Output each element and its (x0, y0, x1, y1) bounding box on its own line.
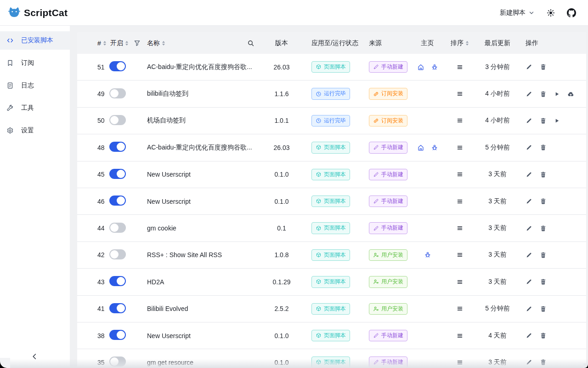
home-icon[interactable] (417, 63, 424, 71)
drag-handle-icon[interactable] (456, 332, 464, 339)
edit-icon[interactable] (526, 278, 532, 285)
edit-icon[interactable] (526, 305, 532, 312)
drag-handle-icon[interactable] (456, 171, 464, 178)
main-content: # 开启 名称 版本 应用至/运行状态 来源 主页 排序 最后更新 操作 (70, 26, 588, 368)
sort-carets-icon[interactable] (162, 41, 165, 46)
theme-toggle-button[interactable] (547, 9, 555, 17)
delete-icon[interactable] (540, 198, 547, 205)
github-link[interactable] (567, 8, 576, 17)
new-script-dropdown[interactable]: 新建脚本 (500, 9, 535, 17)
sidebar-item-settings[interactable]: 设置 (0, 121, 70, 140)
sort-carets-icon[interactable] (103, 41, 106, 46)
sidebar-item-installed-scripts[interactable]: 已安装脚本 (0, 31, 70, 50)
enable-toggle[interactable] (109, 61, 126, 71)
code-icon (6, 37, 14, 44)
sort-carets-icon[interactable] (466, 41, 469, 46)
script-name[interactable]: bilibili自动签到 (147, 90, 261, 98)
pencil-icon (373, 333, 379, 339)
bug-icon[interactable] (424, 251, 431, 259)
script-id: 35 (77, 359, 108, 366)
script-name[interactable]: HD2A (147, 278, 261, 286)
play-icon[interactable] (554, 91, 560, 97)
enable-toggle[interactable] (109, 196, 126, 206)
edit-icon[interactable] (526, 332, 532, 339)
table-row: 35 gm get resource 0.1.0 页面脚本 手动新建 3 天前 (77, 349, 586, 368)
delete-icon[interactable] (540, 144, 547, 151)
script-name[interactable]: AC-baidu-重定向优化百度搜狗谷歌... (147, 144, 261, 152)
source-badge: 手动新建 (369, 169, 407, 180)
script-name[interactable]: AC-baidu-重定向优化百度搜狗谷歌... (147, 63, 261, 71)
script-name[interactable]: Bilibili Evolved (147, 305, 261, 312)
script-name[interactable]: New Userscript (147, 171, 261, 178)
edit-icon[interactable] (526, 252, 532, 259)
drag-handle-icon[interactable] (456, 90, 464, 98)
pencil-icon (373, 198, 379, 204)
delete-icon[interactable] (540, 171, 547, 178)
enable-toggle[interactable] (109, 223, 126, 233)
enable-toggle[interactable] (109, 88, 126, 98)
sidebar-item-subscriptions[interactable]: 订阅 (0, 54, 70, 72)
row-actions (518, 278, 586, 285)
sidebar-item-logs[interactable]: 日志 (0, 76, 70, 95)
edit-icon[interactable] (526, 63, 532, 70)
delete-icon[interactable] (540, 332, 547, 339)
enable-toggle[interactable] (109, 142, 126, 152)
column-header-enabled[interactable]: 开启 (108, 39, 147, 47)
script-name[interactable]: New Userscript (147, 198, 261, 205)
column-header-index[interactable]: # (77, 40, 108, 47)
drag-handle-icon[interactable] (456, 305, 464, 312)
bug-icon[interactable] (431, 144, 438, 151)
edit-icon[interactable] (526, 91, 532, 98)
edit-icon[interactable] (526, 359, 532, 366)
script-name[interactable]: gm cookie (147, 224, 261, 232)
cube-icon (316, 225, 322, 231)
drag-handle-icon[interactable] (456, 144, 464, 151)
edit-icon[interactable] (526, 171, 532, 178)
drag-handle-icon[interactable] (456, 278, 464, 286)
filter-icon[interactable] (134, 40, 141, 46)
column-header-sort[interactable]: 排序 (442, 39, 477, 47)
sort-carets-icon[interactable] (125, 41, 128, 46)
search-icon[interactable] (247, 40, 254, 47)
enable-toggle[interactable] (109, 303, 126, 313)
enable-toggle[interactable] (109, 169, 126, 179)
script-name[interactable]: gm get resource (147, 359, 261, 366)
delete-icon[interactable] (540, 359, 547, 366)
drag-handle-icon[interactable] (456, 198, 464, 205)
sidebar-item-label: 日志 (21, 81, 34, 90)
script-name[interactable]: New Userscript (147, 332, 261, 339)
delete-icon[interactable] (540, 91, 547, 98)
enable-toggle[interactable] (109, 249, 126, 259)
row-actions (518, 252, 586, 259)
script-name[interactable]: 机场自动签到 (147, 116, 261, 125)
home-icon[interactable] (417, 144, 424, 151)
last-updated: 3 天前 (477, 278, 518, 286)
delete-icon[interactable] (540, 63, 547, 70)
script-name[interactable]: RSS+ : Show Site All RSS (147, 251, 261, 259)
sidebar-item-tools[interactable]: 工具 (0, 99, 70, 117)
enable-toggle[interactable] (109, 330, 126, 340)
delete-icon[interactable] (540, 117, 547, 124)
delete-icon[interactable] (540, 278, 547, 285)
app-brand[interactable]: ScriptCat (6, 5, 68, 21)
enable-toggle[interactable] (109, 115, 126, 125)
edit-icon[interactable] (526, 117, 532, 124)
drag-handle-icon[interactable] (456, 359, 464, 366)
drag-handle-icon[interactable] (456, 224, 464, 232)
delete-icon[interactable] (540, 305, 547, 312)
sidebar-collapse-button[interactable] (30, 352, 39, 361)
drag-handle-icon[interactable] (456, 117, 464, 124)
column-header-name[interactable]: 名称 (147, 39, 261, 47)
edit-icon[interactable] (526, 225, 532, 232)
bug-icon[interactable] (431, 63, 438, 71)
play-icon[interactable] (554, 118, 560, 124)
cloud-upload-icon[interactable] (567, 91, 574, 98)
edit-icon[interactable] (526, 198, 532, 205)
drag-handle-icon[interactable] (456, 63, 464, 71)
drag-handle-icon[interactable] (456, 251, 464, 259)
enable-toggle[interactable] (109, 356, 126, 367)
delete-icon[interactable] (540, 225, 547, 232)
delete-icon[interactable] (540, 252, 547, 259)
enable-toggle[interactable] (109, 276, 126, 286)
edit-icon[interactable] (526, 144, 532, 151)
